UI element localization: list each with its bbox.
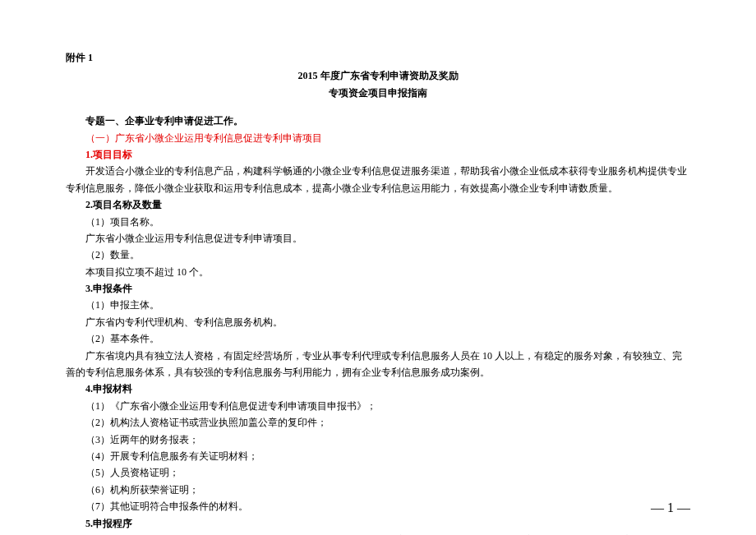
paragraph-2a: （1）项目名称。 [66, 214, 690, 230]
heading-2: 2.项目名称及数量 [66, 196, 690, 213]
title-line-1: 2015 年度广东省专利申请资助及奖励 [66, 67, 690, 84]
paragraph-2c: （2）数量。 [66, 247, 690, 263]
title-line-2: 专项资金项目申报指南 [66, 85, 690, 101]
paragraph-4g: （7）其他证明符合申报条件的材料。 [66, 498, 690, 514]
paragraph-3c: （2）基本条件。 [66, 330, 690, 347]
heading-5: 5.申报程序 [66, 515, 690, 532]
paragraph-4a: （1）《广东省小微企业运用专利信息促进专利申请项目申报书》； [66, 398, 690, 414]
attachment-label: 附件 1 [66, 49, 690, 66]
paragraph-2b: 广东省小微企业运用专利信息促进专利申请项目。 [66, 230, 690, 247]
page-number: — 1 — [651, 496, 690, 519]
paragraph-4e: （5）人员资格证明； [66, 464, 690, 481]
heading-4: 4.申报材料 [66, 380, 690, 397]
subsection-heading: （一）广东省小微企业运用专利信息促进专利申请项目 [66, 130, 690, 146]
paragraph-3b: 广东省内专利代理机构、专利信息服务机构。 [66, 314, 690, 330]
paragraph-4d: （4）开展专利信息服务有关证明材料； [66, 448, 690, 464]
paragraph-1: 开发适合小微企业的专利信息产品，构建科学畅通的小微企业专利信息促进服务渠道，帮助… [66, 163, 690, 196]
paragraph-4f: （6）机构所获荣誉证明； [66, 482, 690, 498]
heading-1: 1.项目目标 [66, 146, 690, 163]
paragraph-3d: 广东省境内具有独立法人资格，有固定经营场所，专业从事专利代理或专利信息服务人员在… [66, 348, 690, 381]
paragraph-4b: （2）机构法人资格证书或营业执照加盖公章的复印件； [66, 414, 690, 431]
heading-3: 3.申报条件 [66, 280, 690, 297]
paragraph-2d: 本项目拟立项不超过 10 个。 [66, 264, 690, 280]
topic-heading: 专题一、企事业专利申请促进工作。 [66, 113, 690, 129]
paragraph-5a: （1）申报推荐。符合条件的专利代理机构、专利信息服务机构向所在地市知识产权局提出… [66, 532, 690, 535]
document-title: 2015 年度广东省专利申请资助及奖励 专项资金项目申报指南 [66, 67, 690, 101]
paragraph-3a: （1）申报主体。 [66, 297, 690, 313]
paragraph-4c: （3）近两年的财务报表； [66, 431, 690, 448]
